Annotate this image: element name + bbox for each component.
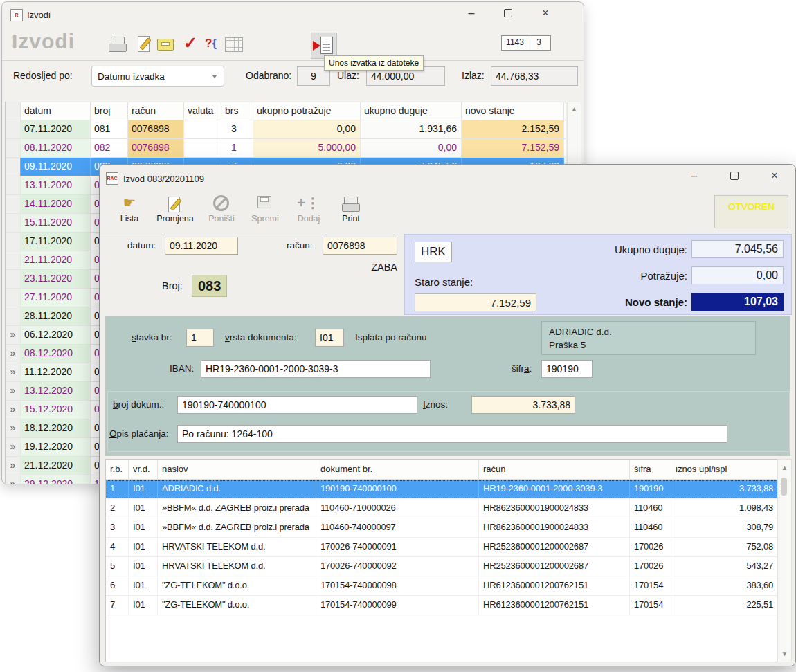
cell-datum: 23.11.2020 [21,270,91,288]
vertical-scrollbar[interactable]: ▲ ▼ [777,459,792,662]
cell-datum: 08.12.2020 [21,345,91,363]
cell-racun: HR6123600001200762151 [479,596,630,615]
cell-datum: 13.12.2020 [21,382,91,400]
cell-iznos: 308,79 [671,518,778,537]
order-by-select[interactable]: Datumu izvadka [91,66,224,87]
table-row[interactable]: 3I01»BBFM« d.d. ZAGREB proiz.i prerada11… [106,518,778,538]
cell-datum: 15.12.2020 [21,401,91,419]
cell-datum: 09.11.2020 [21,158,91,176]
confirm-icon[interactable]: ✓ [181,34,200,53]
cell-rb: 2 [106,499,129,518]
print-icon[interactable] [108,35,127,54]
item-detail-panel: stavka br: 1 vrsta dokumenta: I01 Isplat… [105,316,790,456]
sifra-field[interactable]: 190190 [541,360,593,378]
import-arrow-icon [313,41,320,51]
cell-datum: 29.12.2020 [21,475,91,484]
toolbar-button-ponisti[interactable]: Poništi [203,194,239,224]
toolbar-button-dodaj[interactable]: +⋮ Dodaj [291,194,327,224]
cell-broj: 082 [91,139,128,157]
table-row[interactable]: 1I01ADRIADIC d.d.190190-740000100HR19-23… [106,480,778,499]
minimize-button[interactable]: – [678,165,710,187]
page-title: Izvodi [12,30,75,53]
cell-datum: 07.11.2020 [21,120,91,138]
cell-dokument: 170026-740000092 [316,557,479,576]
table-row[interactable]: 6I01"ZG-TELEKOM" d.o.o.170154-740000098H… [106,576,778,596]
vrsta-desc: Isplata po računu [355,332,427,343]
cell-rb: 6 [106,576,129,595]
cell-datum: 14.11.2020 [21,195,91,213]
table-header-row: r.b.vr.d.naslovdokument br.računšifraizn… [106,460,778,480]
counter-field-2: 3 [527,35,551,51]
cell-valuta [184,120,221,138]
add-icon: +⋮ [291,194,327,213]
cell-naslov: »BBFM« d.d. ZAGREB proiz.i prerada [158,518,316,537]
vrsta-field[interactable]: I01 [315,329,344,347]
status-badge: OTVOREN [714,195,788,228]
close-button[interactable]: × [759,165,790,187]
scroll-up-icon[interactable]: ▲ [778,464,791,471]
window-icon: RAC [106,172,118,185]
cell-racun: HR19-2360-0001-2000-3039-3 [479,480,630,498]
partner-address: Praška 5 [549,338,755,352]
cell-datum: 19.12.2020 [21,438,91,456]
toolbar-button-promjena[interactable]: Promjena [151,194,199,224]
cell-vrd: I01 [129,576,158,595]
minimize-button[interactable]: – [455,2,487,24]
toolbar-button-print[interactable]: Print [335,194,367,224]
grid-icon[interactable] [225,37,243,52]
iban-field[interactable]: HR19-2360-0001-2000-3039-3 [201,360,431,378]
row-header-cell [6,120,21,138]
cell-novo-stanje: 7.152,59 [462,139,564,157]
archive-icon[interactable] [156,35,175,54]
close-button[interactable]: × [530,2,561,24]
hand-pointer-icon: ☛ [114,194,145,213]
order-by-value: Datumu izvadka [98,71,165,82]
cell-datum: 15.11.2020 [21,214,91,232]
cell-sifra: 190190 [630,480,671,498]
cell-vrd: I01 [129,557,158,576]
staro-stanje-label: Staro stanje: [415,276,473,288]
cell-iznos: 752,08 [671,538,778,556]
cell-naslov: "ZG-TELEKOM" d.o.o. [158,596,316,615]
header-cell: r.b. [106,460,129,479]
cell-datum: 11.12.2020 [21,363,91,381]
document-sub-panel: broj dokum.: 190190-740000100 Iznos: 3.7… [107,391,790,452]
cell-vrd: I01 [129,596,158,615]
datum-field[interactable]: 09.11.2020 [165,237,238,255]
table-row[interactable]: 7I01"ZG-TELEKOM" d.o.o.170154-740000099H… [106,596,778,615]
maximize-button[interactable] [718,165,750,187]
toolbar-button-lista[interactable]: ☛ Lista [114,194,145,224]
izvodi-titlebar[interactable]: R Izvodi – × [2,2,584,27]
scroll-down-icon[interactable]: ▼ [778,650,791,657]
cell-duguje: 0,00 [361,139,462,157]
duguje-label: Ukupno duguje: [557,244,687,255]
opis-field[interactable]: Po računu: 1264-100 [177,425,727,443]
toolbar-button-spremi[interactable]: Spremi [246,194,284,224]
scroll-up-icon[interactable]: ▲ [568,105,581,113]
racun-field[interactable]: 0076898 [323,237,397,255]
izvod-titlebar[interactable]: RAC Izvod 083/20201109 – × [100,165,795,190]
iznos-field[interactable]: 3.733,88 [471,396,575,414]
params-icon[interactable]: ?{ [205,35,224,54]
table-row[interactable]: 4I01HRVATSKI TELEKOM d.d.170026-74000009… [106,538,778,557]
stavka-field[interactable]: 1 [186,329,214,347]
iznos-label: Iznos: [423,399,448,410]
ulaz-label: Ulaz: [337,70,359,81]
izlaz-field: 44.768,33 [491,66,578,86]
table-row[interactable]: 2I01»BBFM« d.d. ZAGREB proiz.i prerada11… [106,499,778,518]
table-row[interactable]: 07.11.2020081007689830,001.931,662.152,5… [6,120,566,139]
scroll-thumb[interactable] [781,478,787,496]
edit-icon[interactable] [134,35,154,54]
row-header-cell [6,195,21,213]
table-row[interactable]: 08.11.2020082007689815.000,000,007.152,5… [6,139,566,158]
izvod-detail-window: RAC Izvod 083/20201109 – × ☛ Lista Promj… [99,164,796,666]
header-cell: valuta [184,102,221,120]
table-row[interactable]: 5I01HRVATSKI TELEKOM d.d.170026-74000009… [106,557,778,576]
row-header-cell [6,214,21,232]
broj-dokum-field[interactable]: 190190-740000100 [177,396,417,414]
maximize-button[interactable] [492,2,524,24]
cell-datum: 13.11.2020 [21,176,91,194]
items-table: r.b.vr.d.naslovdokument br.računšifraizn… [105,459,779,662]
cell-novo-stanje: 2.152,59 [462,120,564,138]
cell-naslov: »BBFM« d.d. ZAGREB proiz.i prerada [158,499,316,518]
